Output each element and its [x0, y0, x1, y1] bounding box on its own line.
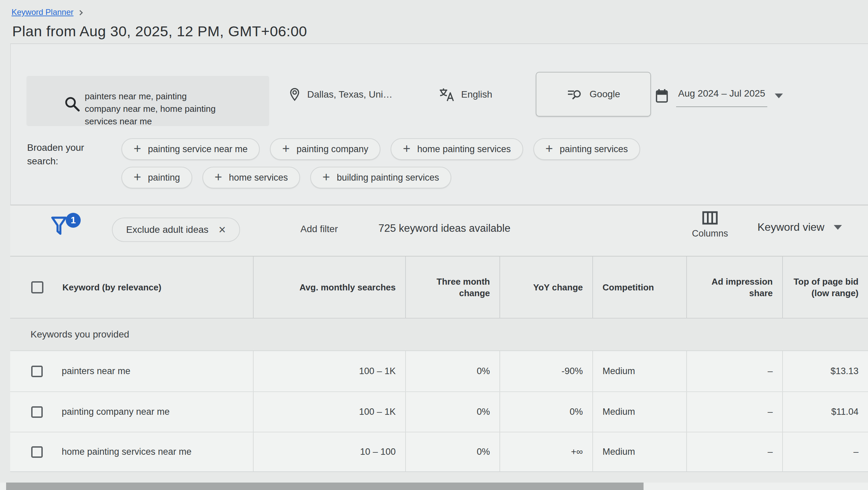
broaden-chip-row-1: + painting service near me + painting co…: [121, 138, 640, 160]
horizontal-scrollbar-thumb[interactable]: [6, 483, 644, 490]
plus-icon: +: [282, 142, 290, 155]
header-three-month-change: Three month change: [405, 257, 499, 318]
header-avg-monthly-searches: Avg. monthly searches: [253, 257, 405, 318]
select-all-checkbox[interactable]: [31, 281, 43, 293]
chip-label: home services: [229, 172, 288, 183]
columns-label: Columns: [686, 228, 734, 239]
search-icon: [64, 96, 81, 113]
table-row[interactable]: home painting services near me 10 – 100 …: [10, 432, 868, 472]
translate-icon: [439, 87, 454, 102]
broaden-chip-row-2: + painting + home services + building pa…: [121, 167, 451, 188]
row-checkbox[interactable]: [31, 406, 43, 418]
chip-label: home painting services: [417, 144, 511, 155]
avg-searches-cell: 100 – 1K: [253, 392, 405, 432]
header-ad-impression-share: Ad impression share: [686, 257, 782, 318]
yoy-change-cell: 0%: [499, 392, 592, 432]
header-keyword: Keyword (by relevance): [62, 282, 161, 293]
exclude-adult-ideas-chip[interactable]: Exclude adult ideas ×: [112, 218, 240, 242]
row-checkbox[interactable]: [31, 446, 43, 458]
page-title: Plan from Aug 30, 2025, 12 PM, GMT+06:00: [12, 23, 307, 40]
row-checkbox[interactable]: [31, 366, 43, 377]
ad-impression-share-cell: –: [686, 432, 782, 471]
network-value: Google: [590, 89, 620, 100]
keywords-input-value: painters near me, painting company near …: [85, 90, 218, 126]
view-selector[interactable]: Keyword view: [757, 221, 842, 233]
horizontal-scrollbar[interactable]: [0, 483, 868, 490]
table-header-row: Keyword (by relevance) Avg. monthly sear…: [10, 257, 868, 319]
broaden-chip-painting[interactable]: + painting: [121, 167, 192, 188]
ad-impression-share-cell: –: [686, 351, 782, 391]
plus-icon: +: [322, 170, 330, 183]
yoy-change-cell: -90%: [499, 351, 592, 391]
keyword-planner-page: Keyword Planner Plan from Aug 30, 2025, …: [0, 0, 868, 490]
location-value: Dallas, Texas, Uni…: [307, 89, 393, 100]
view-selector-label: Keyword view: [757, 221, 824, 233]
location-selector[interactable]: Dallas, Texas, Uni…: [289, 87, 393, 102]
chip-label: building painting services: [337, 172, 439, 183]
breadcrumb: Keyword Planner: [12, 7, 82, 17]
table-row[interactable]: painting company near me 100 – 1K 0% 0% …: [10, 391, 868, 432]
competition-cell: Medium: [592, 392, 686, 432]
top-of-page-bid-cell: $13.13: [782, 351, 868, 391]
chevron-down-icon: [775, 94, 783, 98]
top-of-page-bid-cell: –: [782, 432, 868, 471]
three-month-change-cell: 0%: [405, 351, 499, 391]
top-of-page-bid-cell: $11.04: [782, 392, 868, 432]
broaden-chip-building-painting-services[interactable]: + building painting services: [310, 167, 451, 188]
language-value: English: [461, 89, 492, 100]
plus-icon: +: [215, 170, 222, 183]
avg-searches-cell: 100 – 1K: [253, 351, 405, 391]
section-label-keywords-you-provided: Keywords you provided: [10, 319, 868, 351]
table-row[interactable]: painters near me 100 – 1K 0% -90% Medium…: [10, 351, 868, 391]
add-filter-button[interactable]: Add filter: [300, 224, 338, 234]
network-selector[interactable]: Google: [536, 72, 651, 117]
date-range-selector[interactable]: Aug 2024 – Jul 2025: [655, 85, 783, 107]
chevron-down-icon: [834, 225, 842, 230]
plus-icon: +: [134, 142, 141, 155]
competition-cell: Medium: [592, 432, 686, 471]
close-icon[interactable]: ×: [219, 224, 226, 236]
filter-bar: 1 Exclude adult ideas × Add filter 725 k…: [10, 205, 868, 257]
three-month-change-cell: 0%: [405, 432, 499, 471]
filter-funnel-button[interactable]: 1: [50, 214, 81, 247]
language-selector[interactable]: English: [439, 87, 492, 102]
columns-button[interactable]: Columns: [686, 211, 734, 239]
location-pin-icon: [289, 87, 300, 102]
ad-impression-share-cell: –: [686, 392, 782, 432]
toolbar-panel: painters near me, painting company near …: [10, 43, 868, 205]
competition-cell: Medium: [592, 351, 686, 391]
chevron-right-icon: [77, 10, 83, 15]
columns-icon: [702, 211, 718, 225]
broaden-chip-home-services[interactable]: + home services: [202, 167, 300, 188]
header-competition: Competition: [592, 257, 686, 318]
broaden-chip-painting-service-near-me[interactable]: + painting service near me: [121, 138, 260, 160]
three-month-change-cell: 0%: [405, 392, 499, 432]
chip-label: painting company: [297, 144, 369, 155]
header-top-of-page-bid-low: Top of page bid (low range): [782, 257, 868, 318]
keywords-input[interactable]: painters near me, painting company near …: [26, 76, 269, 126]
search-network-icon: [567, 88, 583, 101]
chip-label: painting service near me: [148, 144, 248, 155]
filter-count-badge: 1: [66, 213, 81, 228]
chip-label: painting: [148, 172, 180, 183]
plus-icon: +: [546, 142, 553, 155]
keyword-cell: painting company near me: [62, 407, 170, 417]
breadcrumb-link-keyword-planner[interactable]: Keyword Planner: [12, 7, 74, 17]
calendar-icon: [655, 88, 669, 103]
broaden-chip-painting-services[interactable]: + painting services: [533, 138, 640, 160]
broaden-chip-home-painting-services[interactable]: + home painting services: [391, 138, 523, 160]
keyword-ideas-count: 725 keyword ideas available: [378, 222, 510, 234]
header-yoy-change: YoY change: [499, 257, 592, 318]
broaden-search-label: Broaden your search:: [27, 141, 112, 168]
exclude-chip-label: Exclude adult ideas: [126, 224, 209, 235]
keyword-ideas-table: Keyword (by relevance) Avg. monthly sear…: [10, 257, 868, 472]
plus-icon: +: [134, 170, 141, 183]
keyword-cell: painters near me: [62, 366, 131, 376]
yoy-change-cell: +∞: [499, 432, 592, 471]
avg-searches-cell: 10 – 100: [253, 432, 405, 471]
broaden-chip-painting-company[interactable]: + painting company: [270, 138, 380, 160]
plus-icon: +: [403, 142, 410, 155]
keyword-cell: home painting services near me: [62, 447, 192, 457]
date-range-value: Aug 2024 – Jul 2025: [678, 88, 765, 99]
chip-label: painting services: [560, 144, 628, 155]
